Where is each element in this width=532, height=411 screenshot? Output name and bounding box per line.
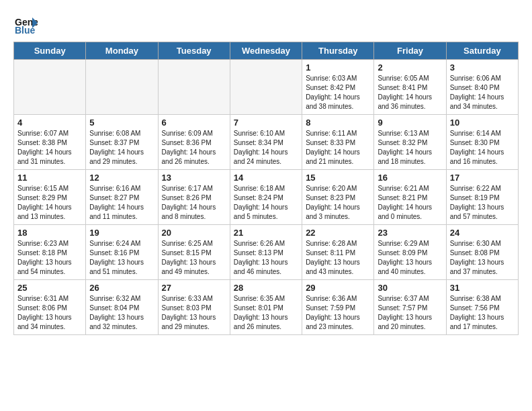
- calendar-cell: 18Sunrise: 6:23 AMSunset: 8:18 PMDayligh…: [14, 225, 86, 280]
- calendar-cell: 5Sunrise: 6:08 AMSunset: 8:37 PMDaylight…: [86, 115, 158, 170]
- day-number: 26: [89, 283, 154, 293]
- week-row-1: 1Sunrise: 6:03 AMSunset: 8:42 PMDaylight…: [14, 60, 519, 115]
- day-info: Sunrise: 6:06 AMSunset: 8:40 PMDaylight:…: [450, 74, 515, 111]
- calendar-cell: [158, 60, 230, 115]
- day-number: 3: [450, 62, 515, 73]
- calendar-cell: 12Sunrise: 6:16 AMSunset: 8:27 PMDayligh…: [86, 170, 158, 225]
- calendar-cell: 19Sunrise: 6:24 AMSunset: 8:16 PMDayligh…: [86, 225, 158, 280]
- day-number: 27: [162, 283, 226, 293]
- calendar-cell: 28Sunrise: 6:35 AMSunset: 8:01 PMDayligh…: [230, 280, 302, 335]
- calendar-cell: 22Sunrise: 6:28 AMSunset: 8:11 PMDayligh…: [302, 225, 374, 280]
- day-info: Sunrise: 6:03 AMSunset: 8:42 PMDaylight:…: [306, 74, 370, 111]
- calendar-cell: 31Sunrise: 6:38 AMSunset: 7:56 PMDayligh…: [446, 280, 518, 335]
- day-info: Sunrise: 6:35 AMSunset: 8:01 PMDaylight:…: [234, 294, 298, 332]
- day-info: Sunrise: 6:20 AMSunset: 8:23 PMDaylight:…: [306, 184, 370, 222]
- day-number: 28: [234, 283, 298, 293]
- day-info: Sunrise: 6:37 AMSunset: 7:57 PMDaylight:…: [378, 294, 442, 332]
- page: General Blue SundayMondayTuesdayWednesda…: [0, 0, 532, 346]
- calendar-cell: 25Sunrise: 6:31 AMSunset: 8:06 PMDayligh…: [14, 280, 86, 335]
- logo-icon: General Blue: [13, 11, 38, 35]
- day-number: 10: [450, 118, 515, 128]
- calendar-cell: 16Sunrise: 6:21 AMSunset: 8:21 PMDayligh…: [374, 170, 446, 225]
- day-number: 18: [17, 228, 82, 238]
- calendar-cell: [230, 60, 302, 115]
- weekday-header-tuesday: Tuesday: [158, 42, 230, 60]
- weekday-header-row: SundayMondayTuesdayWednesdayThursdayFrid…: [14, 42, 519, 60]
- day-number: 19: [89, 228, 154, 238]
- header: General Blue: [13, 11, 519, 35]
- calendar-cell: 3Sunrise: 6:06 AMSunset: 8:40 PMDaylight…: [446, 60, 518, 115]
- day-info: Sunrise: 6:13 AMSunset: 8:32 PMDaylight:…: [378, 129, 442, 167]
- day-number: 1: [306, 62, 370, 73]
- day-info: Sunrise: 6:16 AMSunset: 8:27 PMDaylight:…: [89, 184, 154, 222]
- day-info: Sunrise: 6:24 AMSunset: 8:16 PMDaylight:…: [89, 239, 154, 277]
- day-number: 12: [89, 173, 154, 183]
- calendar-cell: 13Sunrise: 6:17 AMSunset: 8:26 PMDayligh…: [158, 170, 230, 225]
- day-info: Sunrise: 6:29 AMSunset: 8:09 PMDaylight:…: [378, 239, 442, 277]
- day-info: Sunrise: 6:05 AMSunset: 8:41 PMDaylight:…: [378, 74, 442, 111]
- calendar-cell: 26Sunrise: 6:32 AMSunset: 8:04 PMDayligh…: [86, 280, 158, 335]
- day-number: 31: [450, 283, 515, 293]
- calendar-cell: 27Sunrise: 6:33 AMSunset: 8:03 PMDayligh…: [158, 280, 230, 335]
- day-number: 8: [306, 118, 370, 128]
- day-info: Sunrise: 6:31 AMSunset: 8:06 PMDaylight:…: [17, 294, 82, 332]
- day-number: 13: [162, 173, 226, 183]
- weekday-header-saturday: Saturday: [446, 42, 518, 60]
- day-info: Sunrise: 6:18 AMSunset: 8:24 PMDaylight:…: [234, 184, 298, 222]
- weekday-header-friday: Friday: [374, 42, 446, 60]
- calendar-cell: 4Sunrise: 6:07 AMSunset: 8:38 PMDaylight…: [14, 115, 86, 170]
- calendar-cell: [14, 60, 86, 115]
- calendar-cell: 24Sunrise: 6:30 AMSunset: 8:08 PMDayligh…: [446, 225, 518, 280]
- day-info: Sunrise: 6:15 AMSunset: 8:29 PMDaylight:…: [17, 184, 82, 222]
- calendar-cell: 14Sunrise: 6:18 AMSunset: 8:24 PMDayligh…: [230, 170, 302, 225]
- calendar-cell: 29Sunrise: 6:36 AMSunset: 7:59 PMDayligh…: [302, 280, 374, 335]
- day-info: Sunrise: 6:08 AMSunset: 8:37 PMDaylight:…: [89, 129, 154, 167]
- day-info: Sunrise: 6:30 AMSunset: 8:08 PMDaylight:…: [450, 239, 515, 277]
- calendar-cell: 30Sunrise: 6:37 AMSunset: 7:57 PMDayligh…: [374, 280, 446, 335]
- day-number: 17: [450, 173, 515, 183]
- day-number: 16: [378, 173, 442, 183]
- day-info: Sunrise: 6:36 AMSunset: 7:59 PMDaylight:…: [306, 294, 370, 332]
- day-number: 5: [89, 118, 154, 128]
- day-number: 2: [378, 62, 442, 73]
- day-info: Sunrise: 6:09 AMSunset: 8:36 PMDaylight:…: [162, 129, 226, 167]
- day-number: 25: [17, 283, 82, 293]
- day-info: Sunrise: 6:10 AMSunset: 8:34 PMDaylight:…: [234, 129, 298, 167]
- calendar-cell: 21Sunrise: 6:26 AMSunset: 8:13 PMDayligh…: [230, 225, 302, 280]
- day-info: Sunrise: 6:17 AMSunset: 8:26 PMDaylight:…: [162, 184, 226, 222]
- day-number: 11: [17, 173, 82, 183]
- calendar-cell: 9Sunrise: 6:13 AMSunset: 8:32 PMDaylight…: [374, 115, 446, 170]
- calendar-cell: 17Sunrise: 6:22 AMSunset: 8:19 PMDayligh…: [446, 170, 518, 225]
- day-info: Sunrise: 6:22 AMSunset: 8:19 PMDaylight:…: [450, 184, 515, 222]
- week-row-5: 25Sunrise: 6:31 AMSunset: 8:06 PMDayligh…: [14, 280, 519, 335]
- calendar-cell: 23Sunrise: 6:29 AMSunset: 8:09 PMDayligh…: [374, 225, 446, 280]
- calendar-cell: 2Sunrise: 6:05 AMSunset: 8:41 PMDaylight…: [374, 60, 446, 115]
- day-info: Sunrise: 6:07 AMSunset: 8:38 PMDaylight:…: [17, 129, 82, 167]
- day-number: 15: [306, 173, 370, 183]
- day-info: Sunrise: 6:23 AMSunset: 8:18 PMDaylight:…: [17, 239, 82, 277]
- weekday-header-sunday: Sunday: [14, 42, 86, 60]
- week-row-2: 4Sunrise: 6:07 AMSunset: 8:38 PMDaylight…: [14, 115, 519, 170]
- day-info: Sunrise: 6:21 AMSunset: 8:21 PMDaylight:…: [378, 184, 442, 222]
- svg-text:Blue: Blue: [15, 25, 36, 35]
- day-info: Sunrise: 6:38 AMSunset: 7:56 PMDaylight:…: [450, 294, 515, 332]
- calendar-cell: 11Sunrise: 6:15 AMSunset: 8:29 PMDayligh…: [14, 170, 86, 225]
- day-number: 7: [234, 118, 298, 128]
- day-number: 22: [306, 228, 370, 238]
- day-number: 30: [378, 283, 442, 293]
- day-number: 4: [17, 118, 82, 128]
- calendar-cell: [86, 60, 158, 115]
- calendar-cell: 10Sunrise: 6:14 AMSunset: 8:30 PMDayligh…: [446, 115, 518, 170]
- day-number: 6: [162, 118, 226, 128]
- day-number: 21: [234, 228, 298, 238]
- weekday-header-wednesday: Wednesday: [230, 42, 302, 60]
- day-info: Sunrise: 6:33 AMSunset: 8:03 PMDaylight:…: [162, 294, 226, 332]
- day-number: 29: [306, 283, 370, 293]
- logo: General Blue: [13, 11, 42, 35]
- day-info: Sunrise: 6:32 AMSunset: 8:04 PMDaylight:…: [89, 294, 154, 332]
- weekday-header-monday: Monday: [86, 42, 158, 60]
- week-row-4: 18Sunrise: 6:23 AMSunset: 8:18 PMDayligh…: [14, 225, 519, 280]
- calendar-cell: 20Sunrise: 6:25 AMSunset: 8:15 PMDayligh…: [158, 225, 230, 280]
- day-number: 24: [450, 228, 515, 238]
- calendar-cell: 6Sunrise: 6:09 AMSunset: 8:36 PMDaylight…: [158, 115, 230, 170]
